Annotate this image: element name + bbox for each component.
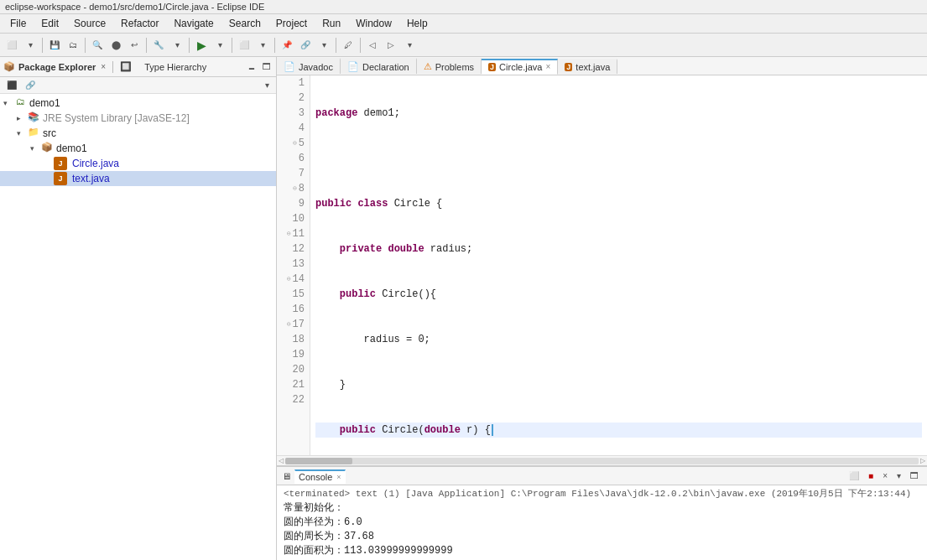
toolbar-btn3[interactable]: 🔍 (89, 37, 106, 54)
console-menu-btn[interactable]: ▾ (893, 469, 904, 482)
menu-refactor[interactable]: Refactor (114, 16, 165, 31)
left-panel: 📦 Package Explorer × 🔲 Type Hierarchy 🗕 … (0, 57, 277, 560)
toolbar-btn8[interactable]: ⬜ (236, 37, 253, 54)
menu-help[interactable]: Help (400, 16, 435, 31)
ln-18: 18 (282, 332, 305, 347)
toolbar-run-drop[interactable]: ▾ (211, 37, 228, 54)
maximize-btn[interactable]: 🗖 (261, 61, 273, 72)
declaration-icon: 📄 (347, 61, 359, 72)
ln-14: ⊖14 (282, 272, 305, 287)
h-scrollbar[interactable]: ◁ ▷ (277, 455, 927, 465)
toolbar-sep6 (274, 38, 275, 53)
menu-source[interactable]: Source (67, 16, 112, 31)
toolbar-sep8 (360, 38, 361, 53)
bottom-panel: 🖥 Console × ⬜ ■ × ▾ 🗖 <terminated> text … (277, 465, 927, 560)
problems-icon: ⚠ (424, 61, 432, 72)
console-header: 🖥 Console × ⬜ ■ × ▾ 🗖 (277, 467, 927, 485)
h-scroll-left[interactable]: ◁ (279, 457, 284, 464)
h-scroll-thumb (285, 458, 352, 464)
tree-item-demo1-project[interactable]: ▾ 🗂 demo1 (0, 96, 276, 111)
pkg-toolbar: ⬛ 🔗 ▾ (0, 77, 276, 94)
tab-declaration[interactable]: 📄 Declaration (341, 58, 417, 74)
collapse-all-btn[interactable]: ⬛ (3, 79, 20, 91)
type-hier-icon: 🔲 (120, 61, 132, 72)
tree-jre-icon: 📚 (27, 111, 40, 125)
tree-item-text[interactable]: J text.java (0, 171, 276, 186)
minimize-btn[interactable]: 🗕 (246, 61, 258, 72)
toolbar-sep5 (232, 38, 232, 53)
toolbar-sep1 (42, 38, 43, 53)
ln-17: ⊖17 (282, 317, 305, 332)
ln-5: ⊖5 (282, 136, 305, 151)
toolbar-run-btn[interactable]: ▶ (193, 37, 210, 54)
link-editor-btn[interactable]: 🔗 (22, 79, 39, 91)
ln-20: 20 (282, 362, 305, 377)
toolbar-btn4[interactable]: ⬤ (107, 37, 124, 54)
right-panel: 📄 Javadoc 📄 Declaration ⚠ Problems J Cir… (277, 57, 927, 560)
menu-file[interactable]: File (3, 16, 33, 31)
tab-circle-java[interactable]: J Circle.java × (482, 59, 558, 75)
code-line-7: } (315, 377, 922, 392)
tree-label-circle: Circle.java (72, 158, 119, 169)
toolbar-btn2[interactable]: ▾ (22, 37, 39, 54)
console-stop-btn[interactable]: ■ (865, 469, 877, 482)
ln-15: 15 (282, 287, 305, 302)
console-close-btn[interactable]: × (879, 469, 891, 482)
h-scroll-right[interactable]: ▷ (920, 457, 925, 464)
tab-circle-close[interactable]: × (545, 62, 550, 71)
toolbar-nav-back[interactable]: ◁ (364, 37, 381, 54)
ln-10: 10 (282, 211, 305, 226)
toolbar-btn6[interactable]: 🔧 (150, 37, 167, 54)
menu-project[interactable]: Project (269, 16, 314, 31)
type-hierarchy-tab[interactable]: Type Hierarchy (138, 60, 212, 75)
code-line-5: public Circle(){ (315, 287, 922, 302)
tree-java-icon-circle: J (54, 157, 67, 170)
menu-navigate[interactable]: Navigate (167, 16, 220, 31)
toolbar-save-btn[interactable]: 💾 (46, 37, 63, 54)
toolbar-nav-drop[interactable]: ▾ (401, 37, 418, 54)
header-sep1 (112, 61, 113, 73)
tree-label-demo1: demo1 (29, 97, 60, 109)
tab-text-java[interactable]: J text.java (558, 59, 617, 74)
menu-run[interactable]: Run (315, 16, 347, 31)
console-clear-btn[interactable]: ⬜ (846, 469, 862, 482)
tab-javadoc[interactable]: 📄 Javadoc (277, 58, 341, 74)
pkg-explorer-close[interactable]: × (101, 62, 106, 71)
circle-java-icon: J (488, 63, 496, 71)
ln-12: 12 (282, 241, 305, 257)
toolbar-nav-fwd[interactable]: ▷ (383, 37, 399, 54)
tree-item-circle[interactable]: J Circle.java (0, 156, 276, 171)
pkg-explorer-header: 📦 Package Explorer × 🔲 Type Hierarchy 🗕 … (0, 57, 276, 77)
toolbar-btn5[interactable]: ↩ (126, 37, 143, 54)
toolbar-btn9[interactable]: ▾ (254, 37, 271, 54)
menu-window[interactable]: Window (349, 16, 398, 31)
menu-edit[interactable]: Edit (34, 16, 65, 31)
tree-src-icon: 📁 (27, 127, 40, 140)
h-scroll-track[interactable] (285, 458, 919, 464)
toolbar-btn10[interactable]: 📌 (279, 37, 295, 54)
tree-item-src[interactable]: ▾ 📁 src (0, 126, 276, 141)
toolbar-btn7[interactable]: ▾ (169, 37, 185, 54)
toolbar-btn12[interactable]: ▾ (315, 37, 332, 54)
console-tab[interactable]: Console × (294, 469, 346, 484)
console-maximize-btn[interactable]: 🗖 (907, 469, 922, 482)
pkg-view-menu-btn[interactable]: ▾ (262, 79, 273, 91)
tree-item-jre[interactable]: ▸ 📚 JRE System Library [JavaSE-12] (0, 111, 276, 126)
toolbar-btn13[interactable]: 🖊 (340, 37, 357, 54)
console-out-3: 圆的面积为：113.03999999999999 (284, 544, 920, 558)
tab-problems[interactable]: ⚠ Problems (417, 58, 482, 74)
menu-search[interactable]: Search (222, 16, 268, 31)
ln-13: 13 (282, 257, 305, 272)
code-editor[interactable]: package demo1; public class Circle { pri… (310, 75, 927, 455)
toolbar-save-all-btn[interactable]: 🗂 (65, 37, 81, 54)
tab-problems-label: Problems (435, 62, 474, 72)
tree-item-demo1-pkg[interactable]: ▾ 📦 demo1 (0, 141, 276, 156)
javadoc-icon: 📄 (284, 61, 295, 72)
console-out-0: 常量初始化： (284, 501, 920, 516)
title-text: eclipse-workspace - demo1/src/demo1/Circ… (5, 2, 264, 12)
code-line-2 (315, 151, 922, 166)
toolbar-new-btn[interactable]: ⬜ (3, 37, 20, 54)
tab-circle-label: Circle.java (499, 62, 542, 72)
console-output: <terminated> text (1) [Java Application]… (277, 485, 927, 560)
toolbar-btn11[interactable]: 🔗 (297, 37, 314, 54)
